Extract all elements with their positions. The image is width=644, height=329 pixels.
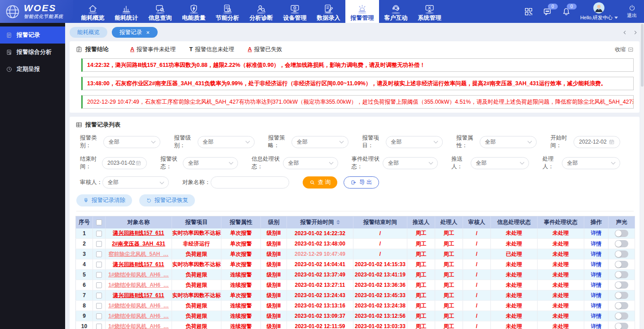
summary-link-0[interactable]: A报警事件未处理 [130,46,176,53]
calendar-icon [135,160,141,166]
sidebar-item-record[interactable]: 报警记录 [0,26,65,44]
detail-link[interactable]: 详情 [591,303,602,309]
filter-select[interactable]: 全部 [471,157,529,169]
summary-link-2[interactable]: A报警已失效 [248,46,282,53]
row-checkbox[interactable] [96,293,102,298]
qrcode-icon[interactable] [524,7,534,17]
detail-link[interactable]: 详情 [591,282,602,288]
object-name-link[interactable]: 潞兴回路Ⅱ线157_611 [113,261,164,268]
filter-select[interactable]: 全部 [183,157,238,169]
page-scrollbar[interactable] [640,23,644,329]
filter-select[interactable]: 全部 [480,136,537,148]
nav-item-system[interactable]: 系统管理 [413,0,446,23]
row-checkbox[interactable] [96,303,102,309]
nav-item-data-entry[interactable]: 数据录入 [312,0,345,23]
object-name-link[interactable]: 1#烧结冷却风机_AH6_… [108,303,169,309]
row-checkbox[interactable] [96,241,102,247]
row-checkbox[interactable] [96,231,102,237]
nav-item-stats[interactable]: 能耗统计 [110,0,143,23]
column-header[interactable]: 报警开始时间 [287,216,353,228]
scrollbar-thumb[interactable] [641,24,644,87]
tab-alarm-records[interactable]: 报警记录 [112,27,158,38]
filter-select[interactable]: 全部 [283,157,338,169]
calendar-icon [609,139,615,145]
detail-link[interactable]: 详情 [591,272,602,278]
export-button[interactable]: 导 出 [344,176,379,189]
row-checkbox[interactable] [96,324,102,329]
row-checkbox[interactable] [96,262,102,268]
row-checkbox[interactable] [96,272,102,278]
filter-select[interactable]: 全部 [102,176,169,189]
row-checkbox[interactable] [96,313,102,319]
select-all-checkbox[interactable] [96,219,102,225]
filter-select[interactable]: 全部 [291,136,348,148]
filter-date-group: 结束时间2023-01-02 [80,155,147,171]
filter-select[interactable]: 全部 [383,157,438,169]
object-name-input[interactable] [211,176,289,189]
notifications-bell-icon[interactable]: 0 [561,7,571,17]
detail-link[interactable]: 详情 [591,261,602,268]
filter-select[interactable]: 全部 [386,136,443,148]
tab-energy-overview[interactable]: 能耗概览 [70,27,107,38]
filter-select[interactable]: 全部 [103,136,160,148]
sound-light-toggle[interactable] [615,261,628,268]
nav-item-home[interactable]: 能耗概览 [76,0,110,23]
date-input[interactable]: 2023-01-02 [102,157,147,169]
detail-link[interactable]: 详情 [591,230,602,236]
restore-records-button[interactable]: 报警记录恢复 [139,194,195,206]
nav-item-info-search[interactable]: 信息查询 [143,0,177,23]
nav-item-power-quality[interactable]: 电能质量 [177,0,211,23]
column-header: 事件处理状态 [538,216,584,228]
object-name-link[interactable]: 潞兴回路Ⅱ线157_611 [113,292,164,298]
detail-link[interactable]: 详情 [591,313,602,319]
object-name-link[interactable]: 1#烧结冷却风机_AH6_… [108,323,169,329]
sound-light-toggle[interactable] [615,271,628,278]
nav-item-customer[interactable]: 客户互动 [379,0,413,23]
sort-icon[interactable] [336,220,340,224]
nav-item-diagnosis[interactable]: 分析诊断 [244,0,278,23]
row-checkbox[interactable] [96,251,102,257]
clear-records-button[interactable]: 报警记录清除 [76,194,132,206]
object-name-link[interactable]: 1#烧结冷却风机_AH6_… [108,313,169,319]
sound-light-toggle[interactable] [615,250,628,258]
date-input[interactable]: 2022-12-02 [573,136,620,148]
nav-item-energy-analysis[interactable]: 节能分析 [211,0,244,23]
object-name-link[interactable]: 1#烧结冷却风机_AH6_… [108,272,169,278]
chevron-right-icon[interactable] [633,30,638,35]
object-name-link[interactable]: 潞兴回路Ⅱ线157_611 [113,230,164,236]
search-button[interactable]: 查 询 [303,176,337,189]
nav-item-alarm[interactable]: 报警管理 [345,0,379,23]
summary-link-1[interactable]: T报警信息未处理 [190,46,234,53]
close-icon[interactable] [146,31,150,35]
sound-light-toggle[interactable] [615,230,628,237]
filter-select-group: 报警级别全部 [174,134,254,149]
detail-link[interactable]: 详情 [591,292,602,298]
collapse-button[interactable]: 收缩 [615,46,634,53]
user-menu[interactable]: Hello,研发中心 [580,2,618,21]
chevron-left-icon[interactable] [622,30,627,35]
sound-light-toggle[interactable] [615,302,628,309]
detail-link[interactable]: 详情 [591,323,602,329]
row-checkbox[interactable] [96,282,102,288]
column-header: 处理人 [435,216,463,228]
sound-light-toggle[interactable] [615,281,628,289]
object-name-link[interactable]: 1#烧结冷却风机_AH6_… [108,282,169,288]
sidebar-item-report[interactable]: 定期呈报 [0,61,65,78]
detail-link[interactable]: 详情 [591,241,602,247]
sound-light-toggle[interactable] [615,292,628,299]
filter-area: 报警类别全部报警级别全部报警策略全部报警项目全部报警属性全部开始时间2022-1… [75,134,634,189]
nav-item-device[interactable]: 设备管理 [278,0,312,23]
object-name-link[interactable]: 窑前除尘北风机_5AH_… [109,251,168,257]
filter-date-group: 开始时间2022-12-02 [550,134,620,149]
detail-link[interactable]: 详情 [591,251,602,257]
sound-light-toggle[interactable] [615,323,628,329]
sidebar-item-analysis[interactable]: 报警综合分析 [0,44,65,61]
messages-icon[interactable]: 0 [543,7,552,17]
sound-light-toggle[interactable] [615,240,628,247]
logout-button[interactable]: 退出 [627,4,637,19]
filter-select[interactable]: 全部 [562,157,620,169]
object-name-link[interactable]: 2#南变压器_3AH_431 [112,241,165,247]
table-row: 51#烧结冷却风机_AH6_…负荷超限连续报警级别Ⅱ2023-01-02 13:… [76,270,635,280]
sound-light-toggle[interactable] [615,312,628,320]
filter-select[interactable]: 全部 [198,136,255,148]
